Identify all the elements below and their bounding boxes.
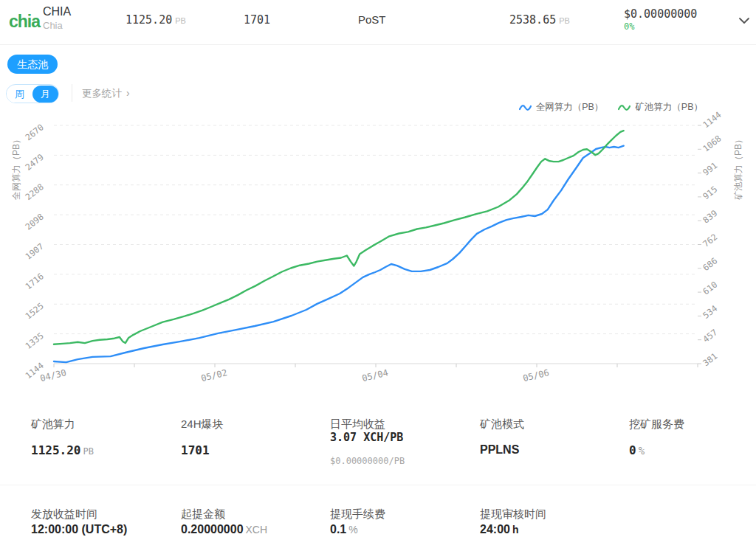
chart-canvas: 1144133515251716190720982288247926703814… [0,96,756,391]
stat-value-blocks-24h: 1701 [181,443,210,457]
stat-value-review-time: 24:00h [480,523,518,536]
pool-hashrate-unit: PB [175,16,186,25]
stat-label-min-withdrawal: 起提金额 [181,507,225,521]
y-left-tick-label: 2670 [23,122,46,142]
stat-label-pool-hashrate: 矿池算力 [31,417,75,432]
stat-value-pool-mode: PPLNS [480,443,519,457]
stat-label-review-time: 提现审核时间 [480,507,546,521]
y-right-tick-label: 915 [701,184,719,201]
y-left-tick-label: 1907 [23,241,46,262]
series-line-network [54,146,624,362]
y-left-tick-label: 2479 [23,152,46,173]
stat-label-daily-earnings: 日平均收益 [330,417,385,432]
x-tick-label: 05/02 [200,367,228,384]
coin-name: CHIA [43,5,71,18]
header-blocks-24h: 1701 [244,13,270,27]
chevron-down-icon[interactable] [737,13,752,28]
page: chia CHIA Chia 1125.20PB 1701 PoST 2538.… [0,0,756,551]
y-right-tick-label: 457 [701,327,719,344]
stat-label-pool-mode: 矿池模式 [480,417,524,432]
stat-value-payout-time: 12:00:00 (UTC+8) [31,523,127,536]
stat-sub-daily-earnings-usd: $0.00000000/PB [330,456,405,466]
stat-value-min-withdrawal: 0.20000000XCH [181,523,267,536]
stat-value-withdrawal-fee: 0.1% [330,523,358,536]
y-right-tick-label: 839 [701,208,719,226]
y-right-tick-label: 381 [701,350,719,368]
header: chia CHIA Chia 1125.20PB 1701 PoST 2538.… [0,0,756,45]
x-tick-label: 05/04 [361,367,389,384]
stat-label-blocks-24h: 24H爆块 [181,417,224,432]
header-algorithm: PoST [358,13,386,26]
stat-label-mining-fee: 挖矿服务费 [629,417,684,432]
y-right-tick-label: 610 [701,280,719,297]
series-line-pool [54,131,624,344]
y-left-tick-label: 2098 [23,211,46,232]
coin-subtitle: Chia [43,20,63,31]
header-price: $0.00000000 [624,7,697,21]
stat-value-pool-hashrate: 1125.20PB [31,443,94,457]
y-right-tick-label: 762 [701,232,719,249]
stat-label-withdrawal-fee: 提现手续费 [330,507,385,521]
y-left-axis-title: 全网算力（PB） [11,135,21,200]
y-left-tick-label: 2288 [23,181,46,202]
header-pool-hashrate: 1125.20PB [126,13,186,27]
divider [0,485,756,485]
chia-logo[interactable]: chia [9,12,40,32]
y-left-tick-label: 1716 [23,271,46,291]
y-right-tick-label: 534 [701,303,719,321]
y-right-tick-label: 1144 [701,109,724,130]
stat-value-mining-fee: 0% [629,443,645,457]
header-network-hashrate: 2538.65PB [509,13,570,27]
y-left-tick-label: 1525 [23,301,45,322]
header-price-change: 0% [624,21,634,32]
hashrate-chart: 全网算力（PB） 矿池算力（PB） 1144133515251716190720… [0,96,756,391]
stat-value-daily-earnings: 3.07 XCH/PB [330,431,403,444]
y-right-tick-label: 686 [701,255,719,273]
y-right-tick-label: 1068 [701,134,724,154]
network-hashrate-unit: PB [559,16,570,25]
eco-pool-tag[interactable]: 生态池 [7,55,58,74]
y-right-axis-title: 矿池算力（PB） [733,135,743,200]
stat-label-payout-time: 发放收益时间 [31,507,97,521]
y-left-tick-label: 1335 [23,330,45,351]
x-tick-label: 05/06 [522,367,550,384]
y-right-tick-label: 991 [701,160,719,178]
